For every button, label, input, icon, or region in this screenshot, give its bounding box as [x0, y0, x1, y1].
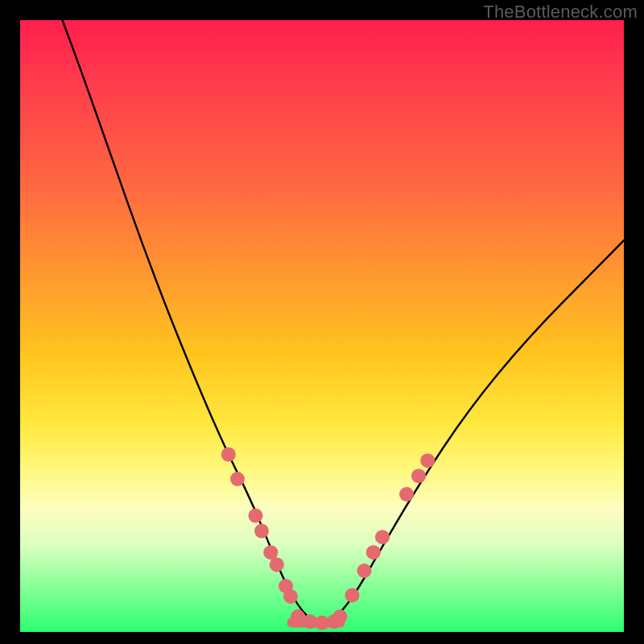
chart-frame: TheBottleneck.com: [0, 0, 644, 644]
data-dot: [230, 472, 245, 486]
data-dot: [270, 557, 284, 572]
data-dot: [333, 609, 348, 624]
data-dots-group: [221, 448, 436, 630]
bottleneck-curve: [63, 20, 625, 623]
data-dot: [420, 453, 435, 468]
data-dot: [366, 545, 381, 559]
curve-overlay: [20, 20, 624, 632]
data-dot: [221, 448, 236, 462]
data-dot: [254, 524, 269, 539]
plot-area: [20, 20, 624, 632]
data-dot: [399, 487, 414, 502]
data-dot: [345, 588, 360, 602]
data-dot: [357, 564, 372, 578]
data-dot: [411, 469, 426, 483]
data-dot: [283, 589, 298, 604]
data-dot: [249, 509, 263, 523]
data-dot: [375, 530, 390, 544]
